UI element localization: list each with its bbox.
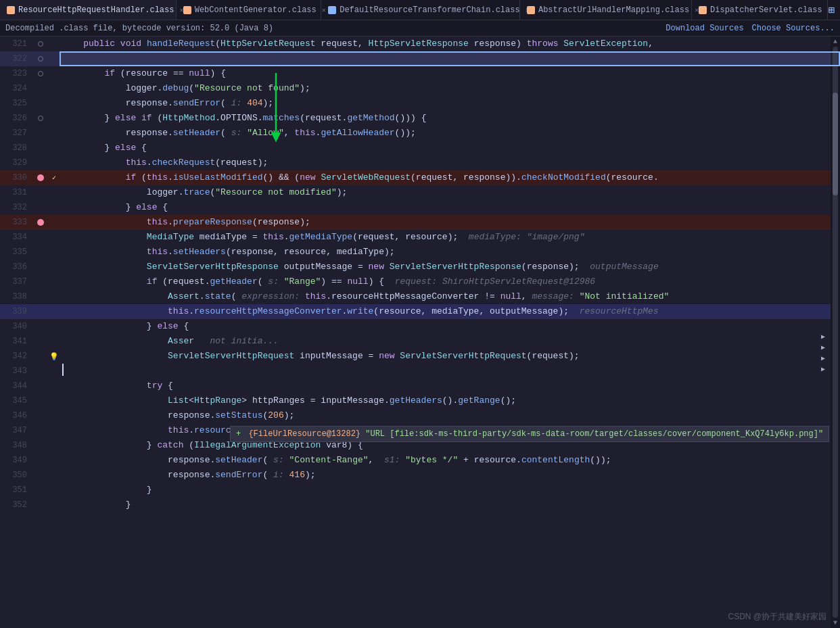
gutter-341 bbox=[32, 334, 49, 349]
code-327: response.setHeader( s: "Allow", this.get… bbox=[60, 126, 840, 141]
code-330: if (this.isUseLastModified() && (new Ser… bbox=[60, 170, 840, 185]
watermark: CSDN @协于共建美好家园 bbox=[728, 611, 826, 623]
breakpoint-indicator-321 bbox=[38, 41, 43, 47]
gutter2-340 bbox=[49, 319, 60, 334]
tab-label-1: ResourceHttpRequestHandler.class bbox=[18, 5, 174, 15]
gutter2-351 bbox=[49, 483, 60, 498]
gutter-329 bbox=[32, 155, 49, 170]
gutter2-322 bbox=[49, 51, 60, 66]
gutter-325 bbox=[32, 96, 49, 111]
gutter2-336 bbox=[49, 260, 60, 274]
tab-resource-handler[interactable]: ResourceHttpRequestHandler.class ✕ bbox=[0, 0, 177, 20]
gutter-332 bbox=[32, 200, 49, 215]
gutter-337 bbox=[32, 274, 49, 289]
gutter2-321 bbox=[49, 37, 60, 51]
table-row: 327 response.setHeader( s: "Allow", this… bbox=[0, 126, 840, 141]
code-338: Assert.state( expression: this.resourceH… bbox=[60, 289, 840, 304]
gutter-328 bbox=[32, 141, 49, 155]
scrollbar[interactable]: ▲ ▼ bbox=[831, 37, 840, 628]
scroll-track[interactable] bbox=[833, 47, 838, 618]
table-row: 342 💡 ServletServerHttpRequest inputMess… bbox=[0, 349, 840, 364]
gutter2-327 bbox=[49, 126, 60, 141]
tab-label-4: AbstractUrlHandlerMapping.class bbox=[538, 5, 689, 15]
code-333: this.prepareResponse(response); bbox=[60, 215, 840, 230]
tooltip-plus-icon: + bbox=[236, 429, 241, 439]
table-row: 346 response.setStatus(206); bbox=[0, 408, 840, 423]
tab-bar: ResourceHttpRequestHandler.class ✕ WebCo… bbox=[0, 0, 840, 20]
gutter2-323 bbox=[49, 66, 60, 81]
gutter2-341 bbox=[49, 334, 60, 349]
breakpoint-333 bbox=[37, 219, 44, 226]
table-row: 333 this.prepareResponse(response); bbox=[0, 215, 840, 230]
gutter2-339 bbox=[49, 304, 60, 319]
gutter2-332 bbox=[49, 200, 60, 215]
scroll-thumb[interactable] bbox=[833, 93, 838, 195]
gutter2-349 bbox=[49, 453, 60, 468]
table-row: 352 } bbox=[0, 498, 840, 512]
code-328: } else { bbox=[60, 141, 840, 155]
code-325: response.sendError( i: 404); bbox=[60, 96, 840, 111]
table-row: 329 this.checkRequest(request); bbox=[0, 155, 840, 170]
gutter-347 bbox=[32, 423, 49, 438]
code-343 bbox=[60, 364, 840, 379]
tooltip-string-value: "URL [file:sdk-ms-third-party/sdk-ms-dat… bbox=[365, 429, 823, 439]
gutter-342 bbox=[32, 349, 49, 364]
gutter2-330: ✓ bbox=[49, 170, 60, 185]
table-row: 337 if (request.getHeader( s: "Range") =… bbox=[0, 274, 840, 289]
gutter-348 bbox=[32, 438, 49, 453]
tab-icon-1 bbox=[7, 6, 15, 14]
table-row: 322 Resource resource = this.getResource… bbox=[0, 51, 840, 66]
code-326: } else if (HttpMethod.OPTIONS.matches(re… bbox=[60, 111, 840, 126]
table-row: 334 MediaType mediaType = this.getMediaT… bbox=[0, 230, 840, 245]
code-342: ServletServerHttpRequest inputMessage = … bbox=[60, 349, 840, 364]
table-row: 331 logger.trace("Resource not modified"… bbox=[0, 185, 840, 200]
right-arrow-icon-2: ▶ bbox=[821, 343, 831, 352]
line-arrows: ▶ ▶ ▶ ▶ bbox=[821, 333, 831, 373]
gutter2-350 bbox=[49, 468, 60, 483]
gutter2-325 bbox=[49, 96, 60, 111]
decompile-info: Decompiled .class file, bytecode version… bbox=[5, 24, 273, 33]
code-349: response.setHeader( s: "Content-Range", … bbox=[60, 453, 840, 468]
gutter-352 bbox=[32, 498, 49, 512]
gutter-338 bbox=[32, 289, 49, 304]
tab-icon-5 bbox=[699, 6, 707, 14]
code-324: logger.debug("Resource not found"); bbox=[60, 81, 840, 96]
gutter2-324 bbox=[49, 81, 60, 96]
cursor-344 bbox=[62, 364, 64, 376]
gutter2-328 bbox=[49, 141, 60, 155]
gutter-344 bbox=[32, 379, 49, 393]
table-row: 341 Asser not initia... bbox=[0, 334, 840, 349]
choose-sources-link[interactable]: Choose Sources... bbox=[752, 24, 835, 33]
table-row: 335 this.setHeaders(response, resource, … bbox=[0, 245, 840, 260]
tab-defaultresource[interactable]: DefaultResourceTransformerChain.class ✕ bbox=[321, 0, 520, 20]
right-arrow-icon-1: ▶ bbox=[821, 333, 831, 341]
gutter2-335 bbox=[49, 245, 60, 260]
scroll-down-arrow[interactable]: ▼ bbox=[833, 619, 837, 628]
info-bar-actions: Download Sources Choose Sources... bbox=[666, 24, 835, 33]
table-row: 326 } else if (HttpMethod.OPTIONS.matche… bbox=[0, 111, 840, 126]
table-row: 340 } else { bbox=[0, 319, 840, 334]
gutter-323 bbox=[32, 66, 49, 81]
tab-dispatcher[interactable]: DispatcherServlet.class ✕ bbox=[692, 0, 828, 20]
gutter2-348 bbox=[49, 438, 60, 453]
tooltip-object-ref: {FileUrlResource@13282} bbox=[248, 429, 360, 439]
table-row: 344 try { bbox=[0, 379, 840, 393]
code-323: if (resource == null) { bbox=[60, 66, 840, 81]
gutter2-345 bbox=[49, 393, 60, 408]
scroll-up-arrow[interactable]: ▲ bbox=[833, 37, 837, 45]
gutter-333 bbox=[32, 215, 49, 230]
code-344: try { bbox=[60, 379, 840, 393]
table-row: 332 } else { bbox=[0, 200, 840, 215]
code-content: 321 public void handleRequest(HttpServle… bbox=[0, 37, 840, 628]
table-row: 321 public void handleRequest(HttpServle… bbox=[0, 37, 840, 51]
gutter-343 bbox=[32, 364, 49, 379]
table-row: 349 response.setHeader( s: "Content-Rang… bbox=[0, 453, 840, 468]
download-sources-link[interactable]: Download Sources bbox=[666, 24, 743, 33]
gutter2-347 bbox=[49, 423, 60, 438]
gutter-330 bbox=[32, 170, 49, 185]
tab-actions: ⊞ bbox=[828, 3, 840, 17]
gutter-351 bbox=[32, 483, 49, 498]
tab-abstracturl[interactable]: AbstractUrlHandlerMapping.class ✕ bbox=[520, 0, 692, 20]
breakpoint-indicator-323 bbox=[38, 71, 43, 76]
tab-webcontent[interactable]: WebContentGenerator.class ✕ bbox=[177, 0, 322, 20]
